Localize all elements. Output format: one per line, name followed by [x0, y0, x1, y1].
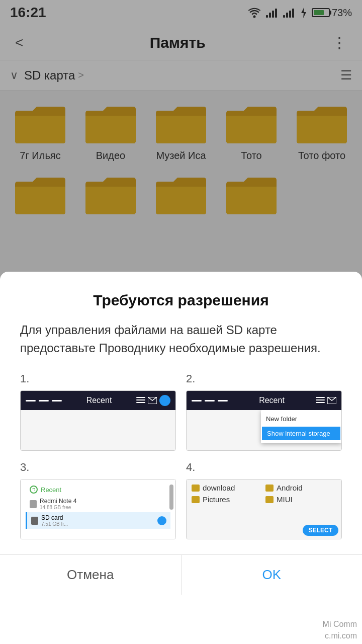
step-4-item3: Pictures [192, 495, 262, 504]
instructions-grid: 1. Recent [20, 372, 342, 539]
svg-rect-15 [316, 399, 325, 400]
step-2-menu-item2: Show internal storage [262, 427, 340, 440]
step-1-num: 1. [20, 372, 176, 385]
step-3-device2-size: 7.51 GB fr... [41, 521, 68, 527]
svg-rect-10 [136, 397, 145, 398]
step-3-num: 3. [20, 461, 176, 474]
ok-button[interactable]: OK [182, 555, 363, 595]
step-2-screenshot: Recent New folder Show internal storage [186, 390, 342, 451]
instruction-step-1: 1. Recent [20, 372, 176, 451]
step-1-screenshot: Recent [20, 390, 176, 451]
step-3-device1: Redmi Note 4 [40, 498, 76, 505]
dialog-overlay: Требуются разрешения Для управления файл… [0, 0, 362, 644]
step-4-screenshot: download Android Pictures MIUI [186, 479, 342, 539]
svg-rect-12 [136, 402, 145, 403]
permissions-dialog: Требуются разрешения Для управления файл… [0, 272, 362, 644]
instruction-step-4: 4. download Android Pictures [186, 461, 342, 539]
step-4-item2: Android [265, 484, 336, 492]
step-3-device2: SD card [41, 514, 68, 521]
dialog-description: Для управления файлами на вашей SD карте… [20, 321, 342, 357]
cancel-button[interactable]: Отмена [0, 555, 182, 595]
watermark-line1: Mi Comm [323, 619, 357, 630]
step-2-menu-item1: New folder [261, 412, 341, 426]
svg-rect-16 [316, 402, 325, 403]
step-2-bar-text: Recent [232, 396, 312, 405]
step-4-select-button: SELECT [303, 525, 338, 536]
step-4-num: 4. [186, 461, 342, 474]
svg-rect-11 [136, 399, 145, 400]
dialog-buttons: Отмена OK [0, 554, 362, 595]
step-4-item4: MIUI [265, 495, 336, 504]
step-2-num: 2. [186, 372, 342, 385]
step-4-item1: download [192, 484, 262, 492]
instruction-step-3: 3. Recent [20, 461, 176, 539]
step-3-screenshot: Recent Redmi Note 4 14.88 GB free [20, 479, 176, 539]
step-3-recent-label: Recent [41, 486, 61, 494]
watermark: Mi Comm c.mi.com [323, 619, 357, 641]
step-3-device1-size: 14.88 GB free [40, 505, 76, 510]
dialog-title: Требуются разрешения [20, 292, 342, 309]
svg-rect-14 [316, 397, 325, 398]
step-1-bar-text: Recent [66, 396, 132, 405]
watermark-line2: c.mi.com [323, 630, 357, 641]
instruction-step-2: 2. Recent [186, 372, 342, 451]
